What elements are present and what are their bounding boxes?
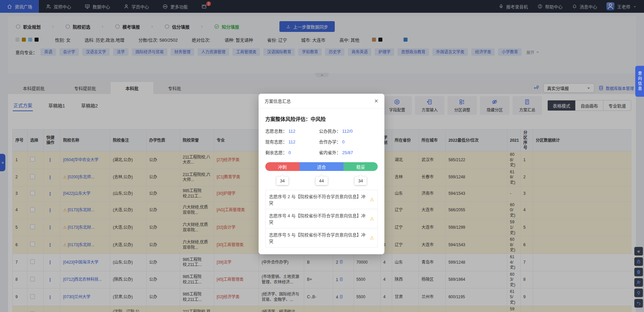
modal-body: 方案整体风险评估：中风险 志愿总数：112公办民办：112/0现有志愿：112合… bbox=[259, 108, 384, 254]
stat-合作办学: 合作办学：0 bbox=[319, 138, 378, 145]
risk-segment-冲刺[interactable]: 冲刺 bbox=[265, 162, 300, 171]
stat-省内省外: 省内省外：25/87 bbox=[319, 149, 378, 155]
plan-summary-modal: 方案信息汇总 ✕ 方案整体风险评估：中风险 志愿总数：112公办民办：112/0… bbox=[259, 94, 384, 254]
stat-剩余志愿: 剩余志愿：0 bbox=[265, 149, 319, 155]
stat-value: 25/87 bbox=[342, 150, 353, 155]
risk-count-适合: 44 bbox=[316, 177, 328, 185]
risk-assessment-heading: 方案整体风险评估：中风险 bbox=[265, 115, 378, 122]
warning-icon: ⚠ bbox=[370, 216, 374, 221]
stat-value: 0 bbox=[288, 150, 291, 155]
risk-count-稳妥: 34 bbox=[355, 177, 367, 185]
warning-icon: ⚠ bbox=[370, 197, 374, 202]
risk-count-tips: 344434 bbox=[265, 174, 378, 186]
modal-header: 方案信息汇总 ✕ bbox=[259, 94, 384, 108]
modal-title: 方案信息汇总 bbox=[265, 98, 291, 104]
risk-segment-适合[interactable]: 适合 bbox=[300, 162, 344, 171]
stat-value: 112/0 bbox=[342, 129, 353, 134]
stat-公办民办: 公办民办：112/0 bbox=[319, 128, 378, 134]
risk-count-冲刺: 34 bbox=[276, 177, 288, 185]
undo-icon[interactable] bbox=[634, 299, 643, 308]
stat-志愿总数: 志愿总数：112 bbox=[265, 128, 319, 134]
conflict-warning-list: 志愿序号 2 与【院校省份不符合学员意向信息】冲突⚠志愿序号 4 与【院校省份不… bbox=[265, 190, 378, 248]
conflict-warning[interactable]: 志愿序号 5 与【院校省份不符合学员意向信息】冲突⚠ bbox=[266, 228, 377, 247]
plan-stats: 志愿总数：112公办民办：112/0现有志愿：112合作办学：0剩余志愿：0省内… bbox=[265, 128, 378, 155]
warning-icon: ⚠ bbox=[370, 235, 374, 240]
stat-value: 112 bbox=[288, 139, 296, 144]
stat-value: 0 bbox=[342, 139, 344, 144]
conflict-warning[interactable]: 志愿序号 2 与【院校省份不符合学员意向信息】冲突⚠ bbox=[266, 190, 377, 209]
risk-segment-稳妥[interactable]: 稳妥 bbox=[343, 162, 378, 171]
lock-icon[interactable] bbox=[634, 257, 643, 266]
conflict-warning[interactable]: 志愿序号 4 与【院校省份不符合学员意向信息】冲突⚠ bbox=[266, 209, 377, 228]
risk-distribution-bar: 冲刺适合稳妥 bbox=[265, 162, 378, 171]
collapse-icon[interactable]: « bbox=[634, 247, 643, 256]
trash-icon[interactable] bbox=[634, 268, 643, 276]
bulb-icon[interactable] bbox=[634, 288, 643, 297]
intent-info-side-tab[interactable]: 意向信息 bbox=[635, 66, 644, 97]
floating-mini-toolbar: « bbox=[634, 247, 643, 308]
stat-value: 112 bbox=[288, 129, 296, 134]
stat-现有志愿: 现有志愿：112 bbox=[265, 138, 319, 145]
modal-close-button[interactable]: ✕ bbox=[374, 98, 378, 104]
add-person-icon[interactable] bbox=[634, 278, 643, 287]
